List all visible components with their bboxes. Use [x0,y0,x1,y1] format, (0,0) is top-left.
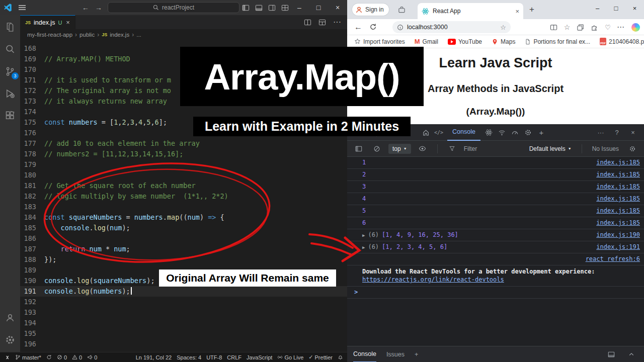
collections-icon[interactable] [577,24,584,31]
toggle-sidebar-icon[interactable] [242,4,250,12]
warnings-status[interactable]: 0 [72,354,82,360]
workspaces-icon[interactable] [398,6,406,14]
console-sidebar-icon[interactable] [352,142,365,155]
go-live-button[interactable]: Go Live [277,354,303,360]
menu-icon[interactable] [19,5,26,10]
split-screen-icon[interactable] [550,24,557,31]
console-row[interactable]: 4index.js:185 [347,193,644,205]
close-button[interactable]: × [328,0,347,15]
notifications-bell-icon[interactable] [338,354,343,360]
extensions-puzzle-icon[interactable] [591,24,598,31]
drawer-tab-issues[interactable]: Issues [386,346,405,362]
close-button[interactable]: × [625,0,644,16]
console-row[interactable]: 1index.js:185 [347,157,644,169]
filter-input[interactable]: Filter [464,145,477,152]
announcement-status[interactable]: 0 [87,354,97,360]
account-icon[interactable] [4,312,16,324]
source-link[interactable]: index.js:185 [596,207,640,214]
source-link[interactable]: index.js:185 [596,171,640,178]
explorer-icon[interactable] [4,21,16,33]
console-row[interactable]: react refresh:6 [347,253,644,265]
cursor-position-status[interactable]: Ln 191, Col 22 [136,354,172,360]
tab-indexjs[interactable]: JS index.js U × [20,15,75,29]
drawer-tab-console[interactable]: Console [353,346,376,362]
code-line[interactable]: 196 [20,339,347,349]
toggle-panel-icon[interactable] [255,4,263,12]
search-sidebar-icon[interactable] [4,43,16,55]
run-debug-icon[interactable] [4,87,16,100]
encoding-status[interactable]: UTF-8 [206,354,222,360]
code-line[interactable]: 192 [20,297,347,307]
maximize-button[interactable]: □ [309,0,328,15]
source-link[interactable]: index.js:185 [596,195,640,202]
help-icon[interactable]: ? [611,126,623,138]
refresh-icon[interactable] [369,23,377,31]
code-line[interactable]: 186 [20,233,347,244]
browser-essentials-icon[interactable]: ♡ [605,24,611,31]
favorite-maps[interactable]: Maps [492,38,515,45]
devtools-settings-gear-icon[interactable] [522,126,535,139]
console-row[interactable]: 6index.js:185 [347,217,644,229]
history-back-icon[interactable]: ← [82,4,89,12]
command-center-search[interactable]: reactProject [108,2,239,13]
site-info-icon[interactable] [397,24,404,31]
prettier-status[interactable]: ✓ Prettier [308,354,333,360]
tab-close-icon[interactable]: × [515,8,519,15]
git-branch-status[interactable]: master* [15,354,41,360]
source-link[interactable]: index.js:185 [596,183,640,190]
issues-counter[interactable]: No Issues [592,145,619,152]
code-line[interactable]: 195 [20,328,347,339]
code-line[interactable]: 182// logic multiply by same number (1*1… [20,191,347,202]
add-favorite-star-icon[interactable]: ☆ [500,24,506,31]
console-row[interactable]: Download the React DevTools for a better… [347,265,644,287]
customize-layout-icon[interactable] [281,4,289,12]
performance-icon[interactable] [509,126,522,139]
remote-indicator-icon[interactable] [4,354,10,360]
network-icon[interactable] [496,126,509,139]
more-actions-icon[interactable]: ··· [333,18,341,27]
new-tab-icon[interactable]: + [529,5,534,15]
console-row[interactable]: ▶(6)[1, 2, 3, 4, 5, 6]index.js:191 [347,241,644,253]
extensions-icon[interactable] [4,110,16,122]
code-line[interactable]: 194 [20,318,347,328]
minimize-button[interactable]: – [588,0,607,16]
indentation-status[interactable]: Spaces: 4 [177,354,201,360]
address-bar[interactable]: localhost:3000 ☆ [392,21,511,33]
back-icon[interactable]: ← [354,23,362,32]
code-line[interactable]: 178// numbers2 = [11,12,13,14,15,16]; [20,149,347,159]
history-forward-icon[interactable]: → [95,4,102,12]
code-line[interactable]: 185 console.log(num); [20,223,347,233]
drawer-add-icon[interactable]: + [415,346,418,362]
welcome-home-icon[interactable] [419,126,432,139]
sync-icon[interactable] [46,354,52,360]
source-link[interactable]: index.js:190 [596,231,640,238]
code-line[interactable]: 181// Get the square root of each number [20,180,347,191]
code-line[interactable]: 193 [20,307,347,318]
code-line[interactable]: 174 [20,107,347,117]
devtools-menu-icon[interactable]: ··· [595,126,607,138]
console-messages[interactable]: 1index.js:1852index.js:1853index.js:1854… [347,157,644,330]
context-selector[interactable]: top ▼ [388,144,411,154]
breadcrumb-item[interactable]: my-first-react-app [27,32,72,38]
minimize-button[interactable]: – [290,0,309,15]
favorite-import[interactable]: Import favorites [354,38,405,45]
language-mode-status[interactable]: JavaScript [247,354,272,360]
editor-layout-icon[interactable] [318,19,326,26]
code-line[interactable]: 184const squareNumbers = numbers.map((nu… [20,212,347,223]
console-row[interactable]: 3index.js:185 [347,181,644,193]
clear-console-icon[interactable] [370,142,383,155]
more-tools-icon[interactable]: + [535,126,548,139]
code-line[interactable]: 187 return num * num; [20,244,347,254]
source-link[interactable]: index.js:191 [596,243,640,250]
components-react-icon[interactable] [482,126,496,139]
live-expression-eye-icon[interactable] [416,142,429,155]
source-link[interactable]: react refresh:6 [586,255,640,262]
eol-status[interactable]: CRLF [227,354,242,360]
breadcrumb-item[interactable]: index.js [110,32,129,38]
dock-panel-icon[interactable] [605,348,618,361]
console-settings-gear-icon[interactable] [626,142,639,155]
console-row[interactable]: > [347,287,644,299]
expand-triangle-icon[interactable]: ▶ [362,245,365,250]
browser-tab-react-app[interactable]: React App × [418,3,523,19]
source-link[interactable]: index.js:185 [596,219,640,226]
